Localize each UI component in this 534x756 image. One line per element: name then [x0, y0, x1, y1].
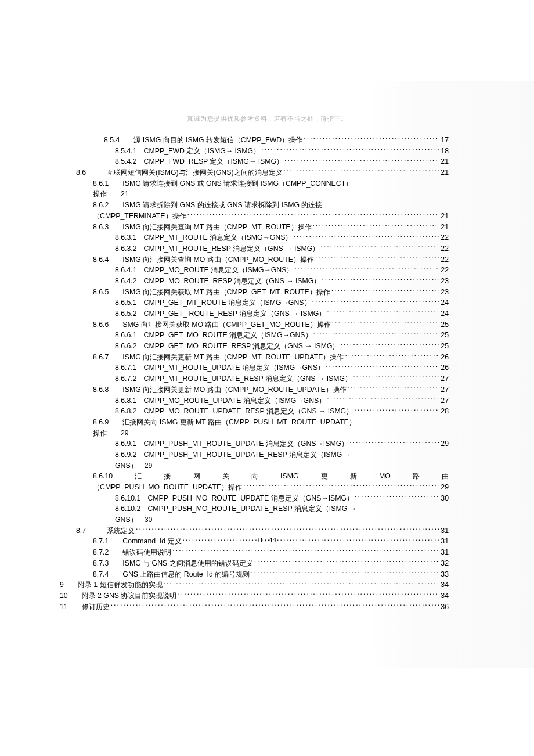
toc-page-number: 30	[441, 493, 449, 504]
toc-page-number: 21	[441, 222, 449, 233]
toc-page-number: 29	[441, 438, 449, 449]
toc-entry: 8.6.6 SMG 向汇接网关获取 MO 路由（CMPP_GET_MO_ROUT…	[60, 319, 449, 330]
toc-entry: 8.6.3.2 CMPP_MT_ROUTE_RESP 消息定义（GNS → IS…	[60, 243, 449, 254]
toc-entry-text: 8.6 互联网短信网关(ISMG)与汇接网关(GNS)之间的消息定义	[76, 167, 283, 178]
toc-entry-text: GNS） 30	[115, 514, 152, 525]
toc-entry-text: 8.5.4 源 ISMG 向目的 ISMG 转发短信（CMPP_FWD）操作	[104, 135, 302, 146]
toc-entry: 11 修订历史 36	[60, 602, 449, 613]
toc-entry: 操作 21	[60, 189, 449, 200]
toc-entry: 8.6.2 ISMG 请求拆除到 GNS 的连接或 GNS 请求拆除到 ISMG…	[60, 200, 449, 211]
toc-leader-dots	[349, 439, 439, 446]
toc-entry: 8.6.7.1 CMPP_MT_ROUTE_UPDATE 消息定义（ISMG→G…	[60, 362, 449, 373]
toc-entry-text: 8.6.9.2 CMPP_PUSH_MT_ROUTE_UPDATE_RESP 消…	[115, 449, 351, 460]
toc-entry: 8.6.6.1 CMPP_GET_MO_ROUTE 消息定义（ISMG→GNS）…	[60, 330, 449, 341]
toc-entry: （CMPP_TERMINATE）操作 21	[60, 211, 449, 222]
toc-page-number: 31	[441, 525, 449, 537]
toc-leader-dots	[284, 168, 440, 175]
toc-entry: 8.5.4.2 CMPP_FWD_RESP 定义（ISMG→ ISMG）21	[60, 156, 449, 167]
toc-entry: 8.6.4.2 CMPP_MO_ROUTE_RESP 消息定义（GNS → IS…	[60, 276, 449, 287]
toc-page-number: 24	[441, 297, 449, 308]
toc-leader-dots	[243, 483, 439, 489]
toc-entry: 10 附录 2 GNS 协议目前实现说明 34	[60, 591, 449, 602]
toc-page-number: 26	[441, 362, 449, 373]
toc-entry-text: 8.6.4 ISMG 向汇接网关查询 MO 路由（CMPP_MO_ROUTE）操…	[93, 254, 314, 265]
toc-entry-text: 8.6.3 ISMG 向汇接网关查询 MT 路由（CMPP_MT_ROUTE）操…	[93, 222, 312, 233]
toc-leader-dots	[187, 211, 440, 218]
toc-entry-text: 8.6.8.1 CMPP_MO_ROUTE_UPDATE 消息定义（ISMG→G…	[115, 395, 326, 406]
toc-entry-text: 8.5.4.2 CMPP_FWD_RESP 定义（ISMG→ ISMG）	[115, 156, 283, 167]
toc-page-number: 22	[441, 254, 449, 265]
toc-leader-dots	[284, 157, 439, 164]
toc-leader-dots	[331, 287, 440, 294]
toc-leader-dots	[313, 222, 440, 229]
toc-entry: 8.6.3 ISMG 向汇接网关查询 MT 路由（CMPP_MT_ROUTE）操…	[60, 222, 449, 233]
toc-page-number: 17	[441, 135, 449, 146]
toc-entry: 8.6.5 ISMG 向汇接网关获取 MT 路由（CMPP_GET_MT_ROU…	[60, 287, 449, 298]
toc-entry-text: 8.6.7.1 CMPP_MT_ROUTE_UPDATE 消息定义（ISMG→G…	[115, 362, 324, 373]
toc-page-number: 29	[441, 482, 449, 493]
toc-entry-text: 8.6.1 ISMG 请求连接到 GNS 或 GNS 请求连接到 ISMG（CM…	[93, 178, 352, 189]
toc-entry: 8.6.10.2 CMPP_PUSH_MO_ROUTE_UPDATE_RESP …	[60, 503, 449, 514]
toc-entry-text: 8.6.7.2 CMPP_MT_ROUTE_UPDATE_RESP 消息定义（G…	[115, 373, 352, 384]
toc-entry: 8.6.7.2 CMPP_MT_ROUTE_UPDATE_RESP 消息定义（G…	[60, 373, 449, 384]
toc-page-number: 26	[441, 352, 449, 363]
toc-entry-text: 8.6.4.1 CMPP_MO_ROUTE 消息定义（ISMG→GNS）	[115, 265, 293, 276]
toc-entry-text: 8.6.3.1 CMPP_MT_ROUTE 消息定义（ISMG→GNS）	[115, 232, 292, 243]
toc-leader-dots	[294, 265, 439, 272]
toc-leader-dots	[341, 341, 440, 348]
toc-entry: 9 附录 1 短信群发功能的实现34	[60, 579, 449, 591]
toc-entry-text: 8.7 系统定义	[76, 525, 135, 537]
toc-page-number: 28	[441, 406, 449, 417]
toc-entry-text: 8.6.5.2 CMPP_GET_ ROUTE_RESP 消息定义（GNS → …	[115, 308, 326, 319]
toc-entry: 8.6.8.2 CMPP_MO_ROUTE_UPDATE_RESP 消息定义（G…	[60, 406, 449, 417]
toc-entry: 操作 29	[60, 428, 449, 439]
toc-entry-text: （CMPP_PUSH_MO_ROUTE_UPDATE）操作	[93, 482, 242, 493]
toc-entry: 8.6.4 ISMG 向汇接网关查询 MO 路由（CMPP_MO_ROUTE）操…	[60, 254, 449, 265]
toc-entry: （CMPP_PUSH_MO_ROUTE_UPDATE）操作 29	[60, 482, 449, 493]
toc-entry-text: 8.6.5.1 CMPP_GET_MT_ROUTE 消息定义（ISMG→GNS）	[115, 297, 311, 308]
toc-page-number: 25	[441, 330, 449, 341]
toc-leader-dots	[327, 395, 439, 402]
toc-entry: 8.6.9.2 CMPP_PUSH_MT_ROUTE_UPDATE_RESP 消…	[60, 449, 449, 460]
toc-entry: 8.6.10 汇 接 网 关 向 ISMG 更 新 MO 路 由	[60, 471, 449, 482]
toc-leader-dots	[348, 385, 440, 392]
toc-page-number: 22	[441, 265, 449, 276]
toc-entry: 8.6.1 ISMG 请求连接到 GNS 或 GNS 请求连接到 ISMG（CM…	[60, 178, 449, 189]
page-header: 真诚为您提供优质参考资料，若有不当之处，请指正。	[0, 114, 534, 123]
toc-leader-dots	[172, 548, 439, 555]
toc-entry: 8.7.3 ISMG 与 GNS 之间消息使用的错误码定义 32	[60, 558, 449, 569]
toc-page-number: 27	[441, 373, 449, 384]
toc-page-number: 21	[441, 211, 449, 222]
toc-leader-dots	[254, 559, 440, 566]
toc-page-number: 21	[441, 167, 449, 178]
toc-entry-text: 8.5.4.1 CMPP_FWD 定义（ISMG→ ISMG）	[115, 146, 260, 157]
toc-entry-text: 8.6.6.2 CMPP_GET_MO_ROUTE_RESP 消息定义（GNS …	[115, 341, 340, 352]
toc-entry: 8.6.3.1 CMPP_MT_ROUTE 消息定义（ISMG→GNS）22	[60, 232, 449, 243]
toc-entry: 8.5.4 源 ISMG 向目的 ISMG 转发短信（CMPP_FWD）操作17	[60, 135, 449, 146]
toc-page-number: 34	[441, 591, 449, 602]
toc-entry: 8.7.4 GNS 上路由信息的 Route_Id 的编号规则33	[60, 569, 449, 580]
toc-entry-text: 8.7.3 ISMG 与 GNS 之间消息使用的错误码定义	[93, 558, 253, 569]
toc-entry: 8.6.4.1 CMPP_MO_ROUTE 消息定义（ISMG→GNS）22	[60, 265, 449, 276]
toc-leader-dots	[304, 135, 439, 142]
toc-entry-text: 8.6.10.2 CMPP_PUSH_MO_ROUTE_UPDATE_RESP …	[115, 503, 356, 514]
toc-page-number: 23	[441, 276, 449, 287]
toc-entry-text: 8.6.2 ISMG 请求拆除到 GNS 的连接或 GNS 请求拆除到 ISMG…	[93, 200, 322, 211]
toc-entry: 8.6.10.1 CMPP_PUSH_MO_ROUTE_UPDATE 消息定义（…	[60, 493, 449, 504]
toc-entry-text: 11 修订历史	[60, 602, 110, 613]
toc-leader-dots	[332, 319, 440, 326]
toc-page-number: 27	[441, 384, 449, 395]
toc-entry: 8.5.4.1 CMPP_FWD 定义（ISMG→ ISMG）18	[60, 146, 449, 157]
toc-entry-text: （CMPP_TERMINATE）操作	[93, 211, 186, 222]
toc-leader-dots	[312, 298, 440, 305]
toc-leader-dots	[313, 330, 440, 337]
toc-entry: 8.6.8.1 CMPP_MO_ROUTE_UPDATE 消息定义（ISMG→G…	[60, 395, 449, 406]
toc-entry: 8.7 系统定义 31	[60, 525, 449, 537]
toc-leader-dots	[261, 146, 439, 153]
toc-entry: 8.6.8 ISMG 向汇接网关更新 MO 路由（CMPP_MO_ROUTE_U…	[60, 384, 449, 395]
toc-leader-dots	[320, 244, 439, 251]
toc-entry: 8.6.9.1 CMPP_PUSH_MT_ROUTE_UPDATE 消息定义（G…	[60, 438, 449, 449]
toc-leader-dots	[322, 276, 439, 283]
toc-page-number: 32	[441, 558, 449, 569]
toc-page-number: 31	[441, 547, 449, 558]
